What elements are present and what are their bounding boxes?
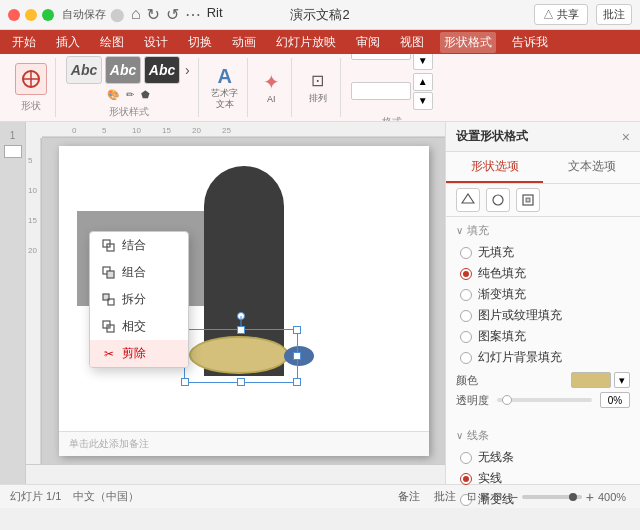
- abc-btn-3[interactable]: Abc: [144, 56, 180, 84]
- right-panel-close-btn[interactable]: ×: [622, 129, 630, 145]
- fill-gradient-radio[interactable]: [460, 289, 472, 301]
- fill-gradient[interactable]: 渐变填充: [460, 286, 630, 303]
- fill-icon-btn[interactable]: [456, 188, 480, 212]
- fill-slide-bg-radio[interactable]: [460, 352, 472, 364]
- color-controls: ▾: [571, 372, 630, 388]
- menu-shape-format[interactable]: 形状格式: [440, 32, 496, 53]
- line-none-radio[interactable]: [460, 452, 472, 464]
- more-icon[interactable]: ⋯: [185, 5, 201, 24]
- svg-text:10: 10: [132, 126, 141, 135]
- slide-show-btn[interactable]: ⊞: [480, 490, 489, 503]
- notes-area[interactable]: 单击此处添加备注: [59, 431, 429, 456]
- color-label: 颜色: [456, 373, 478, 388]
- line-solid[interactable]: 实线: [460, 470, 630, 487]
- ai-btn[interactable]: ✦ AI: [261, 70, 282, 106]
- status-right: 备注 批注 ⊡ ⊞ ⊟ − + 400%: [395, 488, 630, 505]
- zoom-out-btn[interactable]: −: [510, 489, 518, 505]
- shape-effect-btn[interactable]: ⬟: [141, 89, 150, 100]
- fill-pattern-radio[interactable]: [460, 331, 472, 343]
- minimize-traffic-light[interactable]: [25, 9, 37, 21]
- fill-pattern[interactable]: 图案填充: [460, 328, 630, 345]
- canvas-area[interactable]: 单击此处添加备注 结合: [42, 138, 445, 464]
- transparency-label: 透明度: [456, 393, 489, 408]
- comments-btn[interactable]: 批注: [431, 488, 459, 505]
- fill-none-radio[interactable]: [460, 247, 472, 259]
- view-buttons: ⊡ ⊞ ⊟: [467, 490, 502, 503]
- transparency-value[interactable]: 0%: [600, 392, 630, 408]
- art-text-btn[interactable]: A 艺术字文本: [209, 64, 240, 112]
- svg-point-24: [493, 195, 503, 205]
- transparency-slider[interactable]: [497, 398, 592, 402]
- fill-section-title: 填充: [456, 223, 630, 238]
- yellow-ellipse-shape[interactable]: [189, 336, 289, 374]
- line-solid-radio[interactable]: [460, 473, 472, 485]
- fill-none[interactable]: 无填充: [460, 244, 630, 261]
- fill-picture[interactable]: 图片或纹理填充: [460, 307, 630, 324]
- home-icon[interactable]: ⌂: [131, 5, 141, 24]
- effect-icon-btn[interactable]: [486, 188, 510, 212]
- context-menu-split[interactable]: 拆分: [90, 286, 188, 313]
- width-input[interactable]: [351, 82, 411, 100]
- shape-fill-btn[interactable]: 🎨: [107, 89, 119, 100]
- color-picker-dropdown[interactable]: ▾: [614, 372, 630, 388]
- menu-view[interactable]: 视图: [396, 32, 428, 53]
- context-menu-group[interactable]: 组合: [90, 259, 188, 286]
- context-menu-combine[interactable]: 结合: [90, 232, 188, 259]
- shape-outline-btn[interactable]: ✏: [126, 89, 134, 100]
- menu-slideshow[interactable]: 幻灯片放映: [272, 32, 340, 53]
- height-down-btn[interactable]: ▼: [413, 54, 433, 70]
- fill-solid[interactable]: 纯色填充: [460, 265, 630, 282]
- status-left: 幻灯片 1/1 中文（中国）: [10, 489, 139, 504]
- zoom-level: 400%: [598, 491, 630, 503]
- close-traffic-light[interactable]: [8, 9, 20, 21]
- slide-thumbnail[interactable]: [4, 145, 22, 158]
- autosave-toggle[interactable]: ⬤: [110, 7, 125, 22]
- width-down-btn[interactable]: ▼: [413, 92, 433, 110]
- menu-draw[interactable]: 绘图: [96, 32, 128, 53]
- fill-slide-bg[interactable]: 幻灯片背景填充: [460, 349, 630, 366]
- slide-canvas: 单击此处添加备注 结合: [59, 146, 429, 456]
- size-icon-btn[interactable]: [516, 188, 540, 212]
- normal-view-btn[interactable]: ⊡: [467, 490, 476, 503]
- shape-insert-btn[interactable]: [15, 63, 47, 95]
- panel-tab-text[interactable]: 文本选项: [543, 152, 640, 183]
- context-menu-subtract[interactable]: ✂ 剪除: [90, 340, 188, 367]
- zoom-slider[interactable]: [522, 495, 582, 499]
- menu-design[interactable]: 设计: [140, 32, 172, 53]
- zoom-in-btn[interactable]: +: [586, 489, 594, 505]
- menu-animation[interactable]: 动画: [228, 32, 260, 53]
- more-shapes-btn[interactable]: ›: [183, 60, 192, 80]
- zoom-area: − + 400%: [510, 489, 630, 505]
- notes-btn[interactable]: 备注: [395, 488, 423, 505]
- abc-btn-1[interactable]: Abc: [66, 56, 102, 84]
- undo-icon[interactable]: ↺: [147, 5, 160, 24]
- width-up-btn[interactable]: ▲: [413, 73, 433, 91]
- color-picker-swatch[interactable]: [571, 372, 611, 388]
- arrange-btn[interactable]: ⊡ 排列: [307, 69, 329, 107]
- fullscreen-traffic-light[interactable]: [42, 9, 54, 21]
- menu-transition[interactable]: 切换: [184, 32, 216, 53]
- title-bar: 自动保存 ⬤ ⌂ ↺ ↺ ⋯ Rit 演示文稿2 △ 共享 批注: [0, 0, 640, 30]
- menu-insert[interactable]: 插入: [52, 32, 84, 53]
- menu-start[interactable]: 开始: [8, 32, 40, 53]
- comment-button[interactable]: 批注: [596, 4, 632, 25]
- split-icon: [102, 293, 116, 307]
- share-button[interactable]: △ 共享: [534, 4, 588, 25]
- shape-label: 形状: [21, 99, 41, 113]
- icon-strip: [446, 184, 640, 217]
- fill-picture-radio[interactable]: [460, 310, 472, 322]
- color-row: 颜色 ▾: [456, 372, 630, 388]
- subtract-icon: ✂: [102, 347, 116, 361]
- menu-review[interactable]: 审阅: [352, 32, 384, 53]
- abc-btn-2[interactable]: Abc: [105, 56, 141, 84]
- height-input[interactable]: [351, 54, 411, 60]
- autosave-area: 自动保存 ⬤: [62, 7, 125, 22]
- redo-icon[interactable]: ↺: [166, 5, 179, 24]
- menu-tell-me[interactable]: 告诉我: [508, 32, 552, 53]
- fill-solid-radio[interactable]: [460, 268, 472, 280]
- context-menu-intersect[interactable]: 相交: [90, 313, 188, 340]
- line-none[interactable]: 无线条: [460, 449, 630, 466]
- reader-view-btn[interactable]: ⊟: [493, 490, 502, 503]
- blue-ellipse-shape[interactable]: [284, 346, 314, 366]
- panel-tab-shape[interactable]: 形状选项: [446, 152, 543, 183]
